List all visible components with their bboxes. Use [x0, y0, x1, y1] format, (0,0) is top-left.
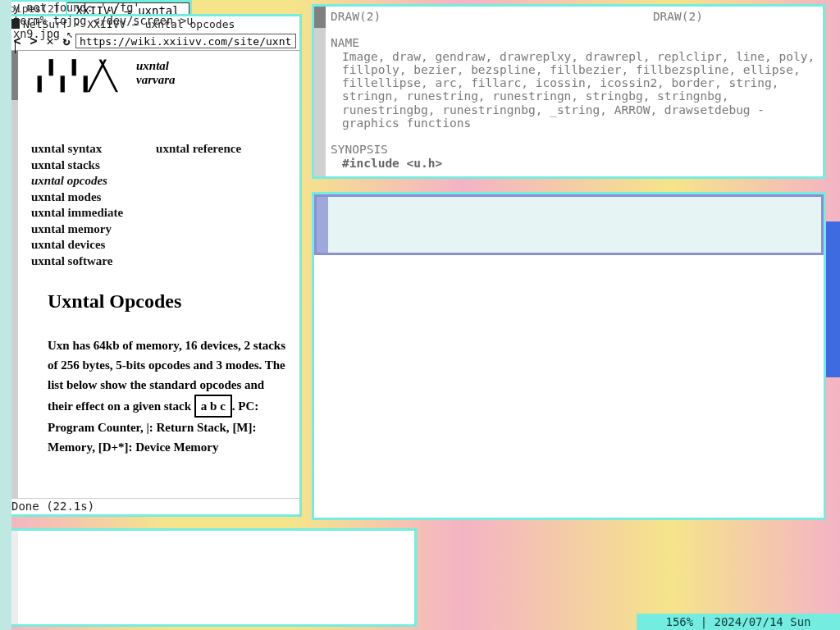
- mouse-cursor-icon: ↖: [66, 27, 73, 40]
- crumb-uxntal[interactable]: uxntal: [136, 59, 176, 73]
- editor-tag-scrollbar[interactable]: [317, 197, 328, 253]
- crumb-varvara[interactable]: varvara: [136, 73, 176, 87]
- browser-window: NetSurf - XXIIVV — uxntal opcodes < > ✕ …: [4, 14, 302, 517]
- stack-example: a b c: [194, 395, 232, 418]
- man-name-body: Image, draw, gendraw, drawreplxy, drawre…: [331, 50, 818, 130]
- editor-body[interactable]: [314, 255, 824, 518]
- subnav-left: uxntal syntax uxntal stacks uxntal opcod…: [31, 141, 123, 269]
- nav-software[interactable]: uxntal software: [31, 253, 123, 270]
- editor-window: [312, 192, 826, 520]
- term-scrollbar[interactable]: [0, 0, 11, 630]
- nav-stacks[interactable]: uxntal stacks: [31, 158, 123, 174]
- man-synopsis-hdr: SYNOPSIS: [331, 143, 818, 156]
- nav-immediate[interactable]: uxntal immediate: [31, 205, 123, 221]
- nav-syntax[interactable]: uxntal syntax: [31, 141, 123, 158]
- nav-devices[interactable]: uxntal devices: [31, 237, 123, 253]
- site-logo: ╻╹╻╹╻╱╲: [31, 59, 112, 92]
- browser-viewport: ╻╹╻╹╻╱╲ uxntal varvara uxntal syntax uxn…: [7, 51, 299, 498]
- status-bar: 156% | 2024/07/14 Sun 13:04:45: [637, 614, 840, 630]
- subnav-right: uxntal reference: [156, 141, 241, 269]
- term-line-2b: xn9.jpg: [13, 27, 60, 40]
- nav-memory[interactable]: uxntal memory: [31, 221, 123, 238]
- term-line-2a: term% tojpg </dev/screen >u: [13, 15, 838, 28]
- text-cursor-icon: [15, 42, 16, 53]
- bg-accent: [824, 221, 840, 377]
- breadcrumb: uxntal varvara: [136, 59, 176, 87]
- browser-statusbar: Done (22.1s): [7, 498, 299, 514]
- nav-modes[interactable]: uxntal modes: [31, 189, 123, 206]
- nav-opcodes[interactable]: uxntal opcodes: [31, 173, 123, 189]
- nav-reference[interactable]: uxntal reference: [156, 141, 241, 158]
- man-synopsis-body: #include <u.h>: [342, 157, 442, 170]
- empty-window[interactable]: [4, 528, 417, 627]
- editor-tagline[interactable]: [314, 194, 824, 255]
- intro-paragraph: Uxn has 64kb of memory, 16 devices, 2 st…: [48, 336, 286, 457]
- term-line-1: y not found: './fg': [13, 2, 838, 15]
- page-title: Uxntal Opcodes: [48, 290, 293, 313]
